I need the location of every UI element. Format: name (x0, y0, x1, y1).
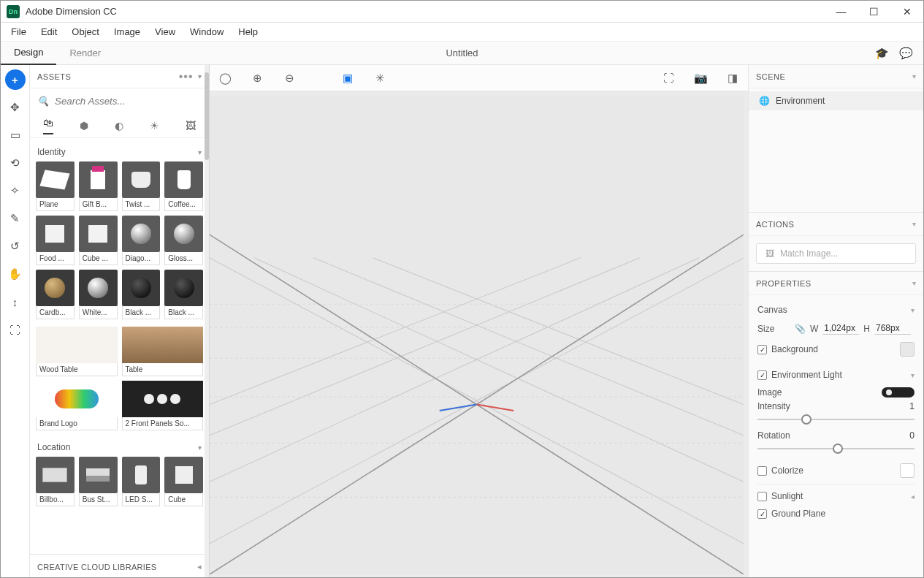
horizon-tool-icon[interactable]: ⛶ (5, 319, 26, 340)
chevron-down-icon[interactable]: ▾ (912, 72, 917, 80)
env-image-swatch[interactable] (882, 387, 915, 398)
rotation-label: Rotation (757, 430, 790, 441)
select-mode-icon[interactable]: ◯ (217, 72, 233, 85)
assets-menu-icon[interactable]: ••• (179, 70, 194, 83)
asset-led[interactable]: LED S... (122, 457, 161, 506)
match-image-button[interactable]: 🖼 Match Image... (756, 243, 916, 264)
frame-icon[interactable]: ⛶ (660, 72, 676, 84)
asset-table[interactable]: Table (122, 327, 204, 376)
viewport-3d[interactable] (210, 96, 744, 574)
env-light-label: Environment Light (771, 370, 842, 380)
cat-materials-icon[interactable]: ⬢ (80, 120, 88, 132)
asset-cube[interactable]: Cube ... (79, 216, 118, 265)
asset-front-panels[interactable]: 2 Front Panels So... (122, 381, 204, 430)
menu-window[interactable]: Window (183, 23, 231, 40)
assets-scroll[interactable]: Identity▾ Plane Gift B... Twist ... Coff… (30, 138, 209, 554)
scene-environment-row[interactable]: 🌐 Environment (749, 91, 923, 110)
rotation-slider[interactable] (757, 442, 915, 455)
dolly-tool-icon[interactable]: ↕ (5, 292, 26, 312)
align-icon[interactable]: ✳ (372, 72, 388, 85)
ccl-header[interactable]: CREATIVE CLOUD LIBRARIES (37, 563, 156, 571)
asset-plane[interactable]: Plane (36, 161, 75, 211)
asset-white[interactable]: White... (79, 270, 118, 319)
asset-food[interactable]: Food ... (36, 216, 75, 265)
background-checkbox[interactable] (757, 345, 767, 354)
move-tool-icon[interactable]: ✥ (5, 97, 26, 118)
asset-black1[interactable]: Black ... (122, 270, 161, 319)
cat-images-icon[interactable]: 🖼 (186, 120, 196, 132)
render-preview-icon[interactable]: ◨ (725, 72, 741, 85)
hand-tool-icon[interactable]: ✋ (5, 264, 26, 284)
image-label: Image (757, 387, 782, 398)
menu-help[interactable]: Help (231, 23, 265, 40)
asset-bus-stop[interactable]: Bus St... (79, 457, 118, 506)
scene-tree[interactable]: 🌐 Environment (749, 88, 923, 213)
add-button[interactable]: + (5, 69, 26, 90)
asset-billboard[interactable]: Billbo... (36, 457, 75, 506)
cat-env-icon[interactable]: ☀ (150, 120, 159, 132)
link-icon[interactable]: 📎 (795, 324, 806, 334)
sunlight-checkbox[interactable] (757, 492, 767, 501)
asset-twist[interactable]: Twist ... (122, 161, 161, 211)
menu-file[interactable]: File (4, 23, 34, 40)
cat-lights-icon[interactable]: ◐ (115, 120, 123, 132)
chevron-down-icon[interactable]: ▾ (912, 279, 917, 287)
background-label: Background (771, 344, 818, 354)
learn-icon[interactable]: 🎓 (875, 47, 889, 60)
globe-icon: 🌐 (759, 96, 770, 106)
colorize-checkbox[interactable] (757, 466, 767, 476)
asset-brand-logo[interactable]: Brand Logo (36, 381, 118, 430)
ground-plane-checkbox[interactable] (757, 509, 767, 519)
width-input[interactable] (822, 322, 859, 335)
rotate-tool-icon[interactable]: ⟲ (5, 153, 26, 173)
snap-icon[interactable]: ▣ (340, 72, 356, 85)
asset-cube2[interactable]: Cube (164, 457, 203, 506)
eyedropper-tool-icon[interactable]: ✎ (5, 208, 26, 229)
tab-design[interactable]: Design (1, 41, 56, 65)
camera-icon[interactable]: 📷 (692, 72, 709, 85)
asset-diagonal[interactable]: Diago... (122, 216, 161, 265)
intensity-slider[interactable] (757, 413, 915, 426)
chevron-down-icon[interactable]: ▾ (198, 148, 202, 156)
menu-view[interactable]: View (148, 23, 183, 40)
chevron-down-icon[interactable]: ▾ (911, 306, 915, 314)
asset-cardboard[interactable]: Cardb... (36, 270, 75, 319)
colorize-swatch[interactable] (900, 463, 915, 478)
menu-edit[interactable]: Edit (34, 23, 64, 40)
right-panels: SCENE▾ 🌐 Environment ACTIONS▾ 🖼 Match Im… (748, 65, 923, 578)
height-input[interactable] (874, 322, 911, 335)
asset-gift-bag[interactable]: Gift B... (79, 161, 118, 211)
app-icon: Dn (7, 5, 20, 18)
window-titlebar: Dn Adobe Dimension CC — ☐ ✕ (1, 1, 923, 23)
tab-render[interactable]: Render (56, 42, 114, 64)
minimize-button[interactable]: — (825, 1, 858, 23)
background-swatch[interactable] (900, 342, 915, 357)
intensity-label: Intensity (757, 401, 790, 411)
sub-select-icon[interactable]: ⊖ (281, 72, 297, 85)
search-input[interactable] (55, 96, 202, 107)
chevron-down-icon[interactable]: ▾ (198, 444, 202, 452)
feedback-icon[interactable]: 💬 (899, 47, 913, 60)
chevron-left-icon[interactable]: ◂ (911, 493, 915, 501)
add-select-icon[interactable]: ⊕ (249, 72, 265, 85)
chevron-down-icon[interactable]: ▾ (912, 220, 917, 228)
app-title: Adobe Dimension CC (26, 6, 117, 17)
maximize-button[interactable]: ☐ (858, 1, 890, 23)
scale-tool-icon[interactable]: ▭ (5, 125, 26, 145)
menu-image[interactable]: Image (107, 23, 148, 40)
orbit-tool-icon[interactable]: ↺ (5, 236, 26, 256)
asset-coffee[interactable]: Coffee... (164, 161, 203, 211)
cat-models-icon[interactable]: 🛍 (43, 117, 53, 134)
match-image-icon: 🖼 (765, 248, 774, 259)
ccl-expand-icon[interactable]: ◂ (197, 562, 202, 571)
assets-scrollbar[interactable] (205, 65, 209, 578)
menu-object[interactable]: Object (64, 23, 107, 40)
asset-wood-table[interactable]: Wood Table (36, 327, 118, 376)
close-button[interactable]: ✕ (890, 1, 923, 23)
wand-tool-icon[interactable]: ✧ (5, 180, 26, 201)
chevron-down-icon[interactable]: ▾ (911, 371, 915, 379)
assets-collapse-icon[interactable]: ▾ (198, 72, 202, 80)
asset-black2[interactable]: Black ... (164, 270, 203, 319)
env-light-checkbox[interactable] (757, 370, 767, 380)
asset-gloss[interactable]: Gloss... (164, 216, 203, 265)
